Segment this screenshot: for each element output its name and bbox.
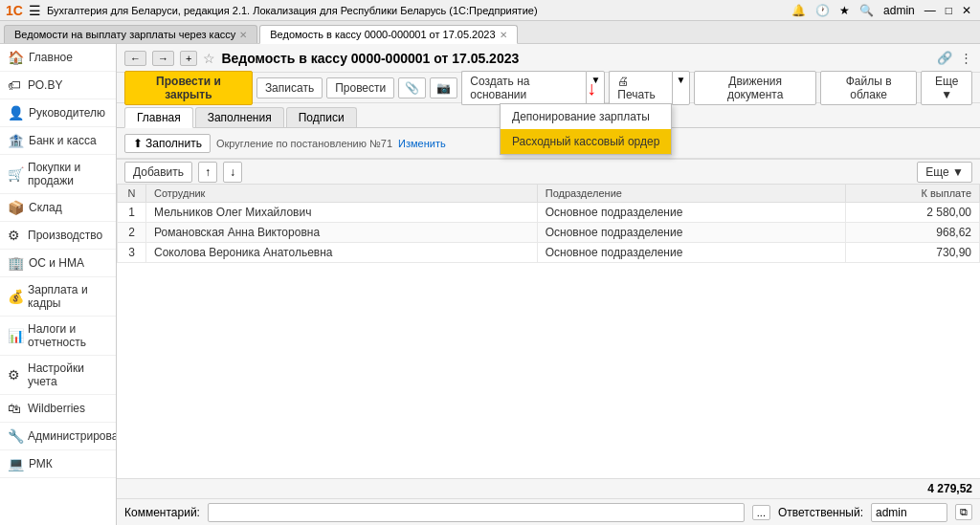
create-based-on-button[interactable]: Создать на основании bbox=[461, 71, 586, 105]
sidebar-item-admin[interactable]: 🔧 Администрирование bbox=[0, 423, 116, 450]
sidebar-item-salary[interactable]: 💰 Зарплата и кадры bbox=[0, 277, 116, 317]
add-button[interactable]: Добавить bbox=[124, 162, 192, 183]
sidebar-item-rmk[interactable]: 💻 РМК bbox=[0, 450, 116, 478]
maximize-icon[interactable]: □ bbox=[943, 4, 955, 17]
more-button[interactable]: Еще ▼ bbox=[921, 71, 972, 105]
attach-icon-button[interactable]: 📎 bbox=[398, 77, 426, 98]
red-arrow-indicator: ↓ bbox=[587, 77, 596, 99]
content-area: ← → + ☆ Ведомость в кассу 0000-000001 от… bbox=[117, 44, 980, 525]
tab-close-doc[interactable]: ✕ bbox=[500, 30, 507, 40]
clock-icon[interactable]: 🕐 bbox=[813, 4, 833, 17]
main-layout: 🏠 Главное 🏷 РО.BY 👤 Руководителю 🏦 Банк … bbox=[0, 44, 980, 525]
nav-new-button[interactable]: + bbox=[180, 51, 197, 66]
comment-bar: Комментарий: ... Ответственный: ⧉ bbox=[117, 498, 980, 525]
chart-icon: 📊 bbox=[8, 328, 23, 343]
sidebar-item-production[interactable]: ⚙ Производство bbox=[0, 222, 116, 250]
admin-icon: 🔧 bbox=[8, 428, 23, 444]
table-row[interactable]: 2 Романовская Анна Викторовна Основное п… bbox=[118, 223, 980, 243]
row-3-department: Основное подразделение bbox=[537, 243, 846, 263]
sidebar-label-purchases: Покупки и продажи bbox=[28, 161, 108, 187]
sidebar-label-bank: Банк и касса bbox=[29, 134, 97, 147]
star-doc-icon[interactable]: ☆ bbox=[203, 51, 215, 66]
bell-icon[interactable]: 🔔 bbox=[789, 4, 809, 17]
notice-text: Округление по постановлению №71 bbox=[216, 138, 392, 149]
close-icon[interactable]: ✕ bbox=[959, 4, 974, 17]
comment-input[interactable] bbox=[208, 503, 745, 522]
fill-icon: ⬆ bbox=[133, 137, 143, 150]
edit-link[interactable]: Изменить bbox=[398, 138, 446, 149]
comment-label: Комментарий: bbox=[124, 506, 200, 519]
sidebar-item-taxes[interactable]: 📊 Налоги и отчетность bbox=[0, 317, 116, 356]
sidebar-label-rukovoditelu: Руководителю bbox=[29, 106, 105, 120]
sidebar-item-os[interactable]: 🏢 ОС и НМА bbox=[0, 250, 116, 277]
responsible-input[interactable] bbox=[871, 503, 947, 522]
total-value: 4 279,52 bbox=[927, 482, 972, 495]
print-button[interactable]: 🖨 Печать bbox=[609, 71, 671, 105]
title-bar-title: Бухгалтерия для Беларуси, редакция 2.1. … bbox=[47, 5, 783, 16]
comment-dotdotdot-button[interactable]: ... bbox=[752, 505, 770, 520]
dropdown-item-deposit[interactable]: Депонирование зарплаты bbox=[501, 104, 671, 129]
star-icon[interactable]: ★ bbox=[836, 4, 853, 17]
files-button[interactable]: Файлы в облаке bbox=[820, 71, 918, 105]
sidebar-item-rukovoditelu[interactable]: 👤 Руководителю bbox=[0, 99, 116, 127]
table-row[interactable]: 1 Мельников Олег Михайлович Основное под… bbox=[118, 203, 980, 223]
more-icon[interactable]: ⋮ bbox=[960, 51, 972, 65]
sidebar-label-admin: Администрирование bbox=[28, 429, 117, 443]
fill-button[interactable]: ⬆ Заполнить bbox=[124, 134, 211, 153]
tab-vedmosti-doc[interactable]: Ведомость в кассу 0000-000001 от 17.05.2… bbox=[259, 25, 517, 44]
building-icon: 🏢 bbox=[8, 255, 24, 271]
confirm-close-button[interactable]: Провести и закрыть bbox=[124, 71, 253, 105]
table-area: ⬆ Заполнить Округление по постановлению … bbox=[117, 128, 980, 525]
title-bar-controls: 🔔 🕐 ★ 🔍 admin — □ ✕ bbox=[789, 4, 974, 17]
tab-filling[interactable]: Заполнения bbox=[195, 107, 284, 127]
tab-main[interactable]: Главная bbox=[124, 107, 193, 128]
minimize-icon[interactable]: — bbox=[922, 4, 939, 17]
row-3-num: 3 bbox=[118, 243, 146, 263]
tab-label-doc: Ведомость в кассу 0000-000001 от 17.05.2… bbox=[270, 29, 495, 40]
sidebar-label-roby: РО.BY bbox=[28, 78, 62, 92]
move-down-button[interactable]: ↓ bbox=[223, 162, 242, 183]
row-2-department: Основное подразделение bbox=[537, 223, 846, 243]
tag-icon: 🏷 bbox=[8, 77, 23, 93]
table-row[interactable]: 3 Соколова Вероника Анатольевна Основное… bbox=[118, 243, 980, 263]
sidebar-item-wildberries[interactable]: 🛍 Wildberries bbox=[0, 395, 116, 423]
sidebar-label-rmk: РМК bbox=[29, 457, 53, 470]
responsible-select-button[interactable]: ⧉ bbox=[955, 504, 972, 520]
nav-forward-button[interactable]: → bbox=[152, 51, 174, 66]
create-based-on-split[interactable]: Создать на основании ▼ bbox=[461, 71, 605, 105]
hamburger-icon[interactable]: ☰ bbox=[29, 3, 41, 18]
move-up-button[interactable]: ↑ bbox=[198, 162, 217, 183]
link-icon[interactable]: 🔗 bbox=[937, 51, 952, 65]
tab-signatures[interactable]: Подписи bbox=[286, 107, 357, 127]
logo: 1С bbox=[6, 3, 23, 18]
sidebar-item-purchases[interactable]: 🛒 Покупки и продажи bbox=[0, 155, 116, 194]
process-button[interactable]: Провести bbox=[326, 77, 394, 98]
dropdown-item-cash-order[interactable]: Расходный кассовый ордер bbox=[501, 129, 671, 154]
nav-back-button[interactable]: ← bbox=[124, 51, 146, 66]
movements-button[interactable]: Движения документа bbox=[694, 71, 815, 105]
row-2-amount: 968,62 bbox=[846, 223, 980, 243]
row-1-num: 1 bbox=[118, 203, 146, 223]
create-based-on-dropdown: ↓ Депонирование зарплаты Расходный кассо… bbox=[500, 103, 672, 155]
sidebar-item-bank[interactable]: 🏦 Банк и касса bbox=[0, 127, 116, 155]
col-header-n: N bbox=[118, 185, 146, 203]
home-icon: 🏠 bbox=[8, 50, 24, 65]
tab-bar: Ведомости на выплату зарплаты через касс… bbox=[0, 21, 980, 44]
print-split[interactable]: 🖨 Печать ▼ bbox=[609, 71, 690, 105]
sidebar-label-salary: Зарплата и кадры bbox=[28, 283, 108, 310]
sidebar-item-glavnoe[interactable]: 🏠 Главное bbox=[0, 44, 116, 72]
row-2-num: 2 bbox=[118, 223, 146, 243]
sidebar-label-settings: Настройки учета bbox=[28, 361, 108, 388]
print-dropdown-arrow[interactable]: ▼ bbox=[672, 71, 691, 105]
sidebar-item-settings[interactable]: ⚙ Настройки учета bbox=[0, 356, 116, 395]
table-more-button[interactable]: Еще ▼ bbox=[917, 162, 972, 183]
sidebar-item-sklad[interactable]: 📦 Склад bbox=[0, 194, 116, 222]
search-icon[interactable]: 🔍 bbox=[857, 4, 877, 17]
tab-close-list[interactable]: ✕ bbox=[239, 30, 247, 40]
tab-vedmosti-list[interactable]: Ведомости на выплату зарплаты через касс… bbox=[4, 25, 257, 43]
save-button[interactable]: Записать bbox=[256, 77, 323, 98]
sidebar-label-production: Производство bbox=[28, 229, 102, 242]
sidebar-item-roby[interactable]: 🏷 РО.BY bbox=[0, 72, 116, 99]
sidebar: 🏠 Главное 🏷 РО.BY 👤 Руководителю 🏦 Банк … bbox=[0, 44, 117, 525]
scan-icon-button[interactable]: 📷 bbox=[430, 77, 457, 98]
